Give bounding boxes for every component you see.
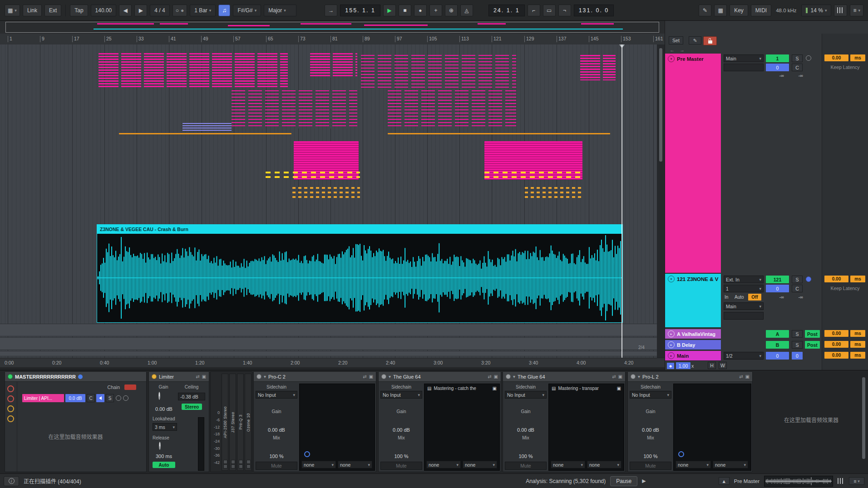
record-button[interactable]: ●: [414, 5, 427, 16]
time-ruler[interactable]: 0:00 0:20 0:40 1:00 1:20 1:40 2:00 2:20 …: [0, 358, 665, 367]
midi-clip-dense[interactable]: [484, 141, 582, 180]
automation-arm-button[interactable]: ◬: [460, 5, 473, 16]
routing-select[interactable]: none▾: [713, 461, 748, 468]
fold-icon[interactable]: ▾: [264, 374, 266, 379]
latency-unit[interactable]: ms: [850, 54, 865, 61]
new-button[interactable]: +: [429, 5, 442, 16]
pre-post-toggle[interactable]: Post: [805, 330, 820, 338]
lookahead-select[interactable]: 3 ms▾: [153, 423, 177, 431]
crossfade-assign[interactable]: C: [792, 285, 803, 292]
forward-arrow-button[interactable]: →: [680, 47, 685, 53]
plugin-display[interactable]: none▾ none▾: [673, 384, 751, 471]
folder-icon[interactable]: ▤: [427, 386, 431, 391]
layout-menu-button[interactable]: ▦ ▾: [5, 5, 20, 16]
midi-clip-orange[interactable]: [292, 196, 360, 198]
play-button[interactable]: ▶: [383, 5, 396, 16]
pan-dial[interactable]: 0: [766, 352, 789, 360]
midi-clip-orange[interactable]: [292, 192, 360, 193]
beat-time-ruler[interactable]: 1 9 17 25 33 41 49 57 65 73 81 89 97 105…: [0, 34, 665, 45]
save-icon[interactable]: ▣: [617, 386, 621, 391]
output-sub-select[interactable]: [724, 312, 764, 320]
midi-clip[interactable]: [580, 55, 616, 80]
device-glue-2[interactable]: ▾ The Glue 64 ⇄ ▣ Sidechain No Input▾ Ga…: [503, 371, 626, 472]
midi-clip-yellow[interactable]: [484, 176, 582, 178]
quantize-menu[interactable]: 1 Bar▾: [190, 5, 216, 16]
time-signature-marker[interactable]: 2/4: [638, 345, 645, 350]
device-activator[interactable]: [152, 374, 157, 379]
monitor-off-button[interactable]: Off: [748, 294, 761, 301]
input-sub-select[interactable]: 1▾: [724, 285, 764, 292]
overdub-button[interactable]: ⊕: [445, 5, 458, 16]
hotswap-icon[interactable]: ⇄: [363, 374, 366, 379]
collapsed-plugin[interactable]: Ozone 10: [245, 374, 252, 471]
routing-select[interactable]: none▾: [301, 461, 336, 468]
metronome-button[interactable]: ○ ●: [173, 5, 187, 16]
ceiling-value[interactable]: -0.38 dB: [178, 393, 205, 400]
latency-unit[interactable]: ms: [850, 276, 865, 282]
audio-clip[interactable]: Z3NONE & VEGEE CAU - Crash & Burn: [97, 224, 623, 323]
midi-clip-dense[interactable]: [294, 141, 359, 180]
loop-button[interactable]: ▭: [543, 5, 556, 16]
punch-out-button[interactable]: ¬: [558, 5, 571, 16]
solo-button[interactable]: S: [792, 276, 803, 283]
mute-button[interactable]: Mute: [380, 462, 422, 470]
chain-name[interactable]: Limiter | API...: [22, 394, 64, 402]
tap-tempo-button[interactable]: Tap: [70, 5, 88, 16]
pan-dial[interactable]: 0: [766, 64, 789, 71]
stereo-mode-toggle[interactable]: Stereo: [182, 404, 202, 410]
device-title-bar[interactable]: ▾ The Glue 64 ⇄ ▣: [503, 372, 625, 382]
options-menu-button[interactable]: ≡ ▾: [850, 5, 863, 16]
hotswap-icon[interactable]: ⇄: [739, 374, 743, 379]
plugin-display[interactable]: none▾ none▾: [299, 384, 375, 471]
solo-button[interactable]: S: [792, 54, 803, 62]
device-activator[interactable]: [8, 374, 13, 379]
output-routing-select[interactable]: Main▾: [724, 302, 764, 310]
input-routing-select[interactable]: Ext. In▾: [724, 276, 764, 283]
return-letter[interactable]: B: [766, 341, 789, 349]
loop-length-field[interactable]: 131. 0. 0: [574, 5, 614, 16]
routing-select[interactable]: none▾: [676, 461, 711, 468]
gain-value[interactable]: 0.00 dB: [630, 427, 671, 433]
midi-clip-orange[interactable]: [525, 196, 582, 198]
mute-button[interactable]: Mute: [505, 462, 547, 470]
plugin-edit-icon[interactable]: [223, 460, 227, 464]
midi-clip[interactable]: [361, 55, 516, 89]
midi-clip-blue[interactable]: [182, 123, 232, 132]
routing-select[interactable]: none▾: [587, 461, 621, 468]
empty-track-lane[interactable]: [0, 351, 657, 356]
chain-hotswap-button[interactable]: [116, 395, 121, 401]
plugin-save-icon[interactable]: [231, 464, 235, 468]
gain-value[interactable]: 0.00 dB: [151, 406, 177, 412]
panel-toggle-button[interactable]: ▲: [719, 477, 730, 485]
fold-icon[interactable]: ▾: [668, 55, 675, 62]
device-title-bar[interactable]: ▾ Pro-L 2 ⇄ ▣: [628, 372, 752, 382]
automation-grid-button[interactable]: ▦: [714, 5, 727, 16]
gain-value[interactable]: 0.00 dB: [505, 427, 547, 433]
stop-button[interactable]: ■: [399, 5, 411, 16]
collapsed-plugin[interactable]: API-2500 Stereo: [222, 374, 228, 471]
scale-mode-button[interactable]: ♫: [218, 5, 230, 16]
save-icon[interactable]: ▣: [202, 374, 206, 379]
latency-value[interactable]: 0.00: [824, 330, 848, 337]
scrollbar-handle[interactable]: [659, 48, 662, 162]
routing-select[interactable]: none▾: [463, 461, 497, 468]
save-icon[interactable]: ▣: [745, 374, 750, 379]
return-track-a[interactable]: ▸ A ValhallaVintag: [665, 329, 721, 339]
collapsed-plugin[interactable]: Pro-Q 3: [237, 374, 244, 471]
midi-clip-orange[interactable]: [525, 192, 582, 193]
plugin-edit-icon[interactable]: [239, 460, 243, 464]
zoom-height-button[interactable]: H: [708, 362, 716, 369]
nudge-down-button[interactable]: ◀: [119, 5, 132, 16]
plugin-knob[interactable]: [678, 451, 684, 457]
automation-segment[interactable]: [388, 133, 610, 134]
meter-bars-icon[interactable]: [838, 478, 844, 484]
device-title-bar[interactable]: ▾ The Glue 64 ⇄ ▣: [379, 372, 501, 382]
save-icon[interactable]: ▣: [618, 374, 622, 379]
sidechain-input-select[interactable]: No Input▾: [505, 391, 547, 399]
lock-button[interactable]: [703, 36, 717, 45]
release-value[interactable]: 300 ms: [151, 453, 177, 459]
rack-macro-toggle[interactable]: [7, 385, 14, 392]
device-glue-1[interactable]: ▾ The Glue 64 ⇄ ▣ Sidechain No Input▾ Ga…: [378, 371, 501, 472]
latency-value[interactable]: 0.00: [824, 341, 848, 348]
main-track-header[interactable]: ▸ Main: [665, 351, 721, 361]
